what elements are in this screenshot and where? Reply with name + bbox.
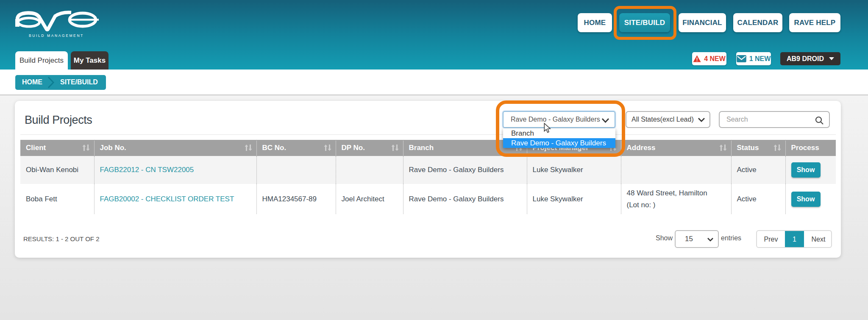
svg-text:BUILD MANAGEMENT: BUILD MANAGEMENT xyxy=(29,33,84,38)
